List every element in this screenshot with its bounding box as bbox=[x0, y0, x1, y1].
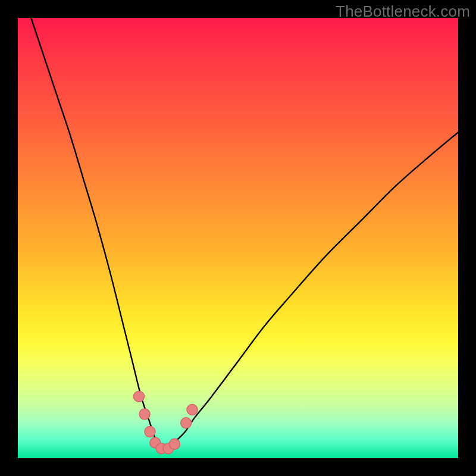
outer-frame: TheBottleneck.com bbox=[0, 0, 476, 476]
highlight-dot bbox=[169, 439, 180, 449]
bottleneck-curve bbox=[31, 18, 458, 450]
plot-area bbox=[18, 18, 458, 458]
highlight-dot bbox=[181, 418, 192, 428]
watermark-text: TheBottleneck.com bbox=[336, 2, 470, 21]
highlight-dot bbox=[134, 391, 145, 402]
highlight-dot bbox=[187, 405, 198, 415]
highlight-dot bbox=[139, 409, 150, 419]
curve-svg bbox=[18, 18, 458, 458]
highlight-dot bbox=[145, 427, 155, 437]
highlight-dots-group bbox=[134, 391, 198, 453]
